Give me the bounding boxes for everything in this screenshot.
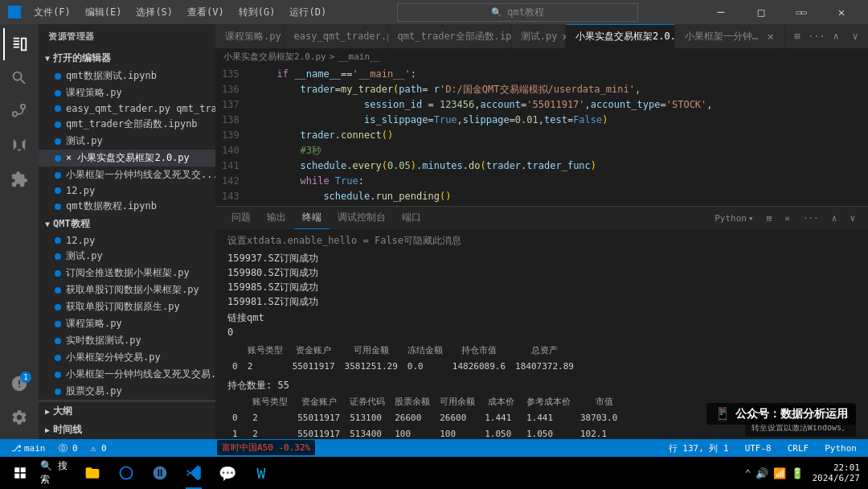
panel-tab-terminal[interactable]: 终端 xyxy=(294,207,330,229)
qmt-file-get-stock-native[interactable]: 获取单股订阅数据原生.py xyxy=(39,298,215,315)
panel-tab-problems[interactable]: 问题 xyxy=(223,207,259,229)
maximize-panel-button[interactable]: ··· xyxy=(798,212,824,225)
tab-close-icon[interactable]: ✕ xyxy=(768,30,774,43)
panel-tab-debug[interactable]: 调试控制台 xyxy=(330,207,394,229)
close-button[interactable]: ✕ xyxy=(823,0,860,24)
panel-tab-output[interactable]: 输出 xyxy=(259,207,294,229)
hold-cell-0-3: 513100 xyxy=(345,410,390,426)
sidebar-file-goldcross[interactable]: 小果框架一分钟均线金叉死叉交... xyxy=(39,166,215,183)
line-numbers: 135 136 137 138 139 140 141 142 143 144 … xyxy=(215,65,246,206)
sidebar-file-test[interactable]: 测试.py xyxy=(39,133,215,150)
breadcrumb-sep: > xyxy=(330,51,335,62)
sidebar-file-trading-framework[interactable]: × 小果实盘交易框架2.0.py xyxy=(39,150,215,166)
activity-search[interactable] xyxy=(3,62,35,94)
battery-icon[interactable]: 🔋 xyxy=(791,467,804,479)
close-panel-button[interactable]: ∨ xyxy=(845,212,860,225)
qmt-file-test[interactable]: 测试.py xyxy=(39,248,215,265)
tab-goldcross[interactable]: 小果框架一分钟均线金叉死叉交易... ✕ xyxy=(675,24,784,48)
status-line-ending[interactable]: CRLF xyxy=(784,443,813,454)
window-controls[interactable]: ─ □ ▭▭ ✕ xyxy=(702,0,860,24)
panel-tab-ports[interactable]: 端口 xyxy=(394,207,429,229)
minimize-button[interactable]: ─ xyxy=(702,0,739,24)
hold-cell-0-4: 26600 xyxy=(390,410,435,426)
file-dot xyxy=(55,304,61,310)
sidebar-file-trader-funcs[interactable]: qmt_trader全部函数.ipynb xyxy=(39,116,215,133)
tab-test[interactable]: 测试.py ✕ xyxy=(511,24,566,48)
code-content[interactable]: if __name__=='__main__': trader=my_trade… xyxy=(246,65,868,206)
split-editor-button[interactable]: ⊞ xyxy=(788,27,806,45)
qmt-file-realtime-test[interactable]: 实时数据测试.py xyxy=(39,332,215,349)
sidebar-file-qmt-data-test[interactable]: qmt数据测试.ipynb xyxy=(39,68,215,84)
status-errors[interactable]: ⓪ 0 xyxy=(55,442,81,454)
python-selector[interactable]: Python ▾ xyxy=(710,212,758,225)
tab-trading-framework[interactable]: 小果实盘交易框架2.0.py ✕ xyxy=(566,24,675,48)
qmt-file-minute-trade[interactable]: 小果框架分钟交易.py xyxy=(39,349,215,366)
taskbar-start[interactable]: 🔍 搜索 xyxy=(4,457,72,489)
timeline-section[interactable]: ▶ 时间线 xyxy=(39,421,215,439)
taskbar-app6[interactable]: W xyxy=(245,457,277,489)
qmt-file-get-stock-sub[interactable]: 获取单股订阅数据小果框架.py xyxy=(39,281,215,298)
qmt-file-stock-trade[interactable]: 股票交易.py xyxy=(39,383,215,400)
hold-cell-1-6: 1.050 xyxy=(480,426,522,439)
menu-goto[interactable]: 转到(G) xyxy=(232,4,282,21)
sidebar-file-qmt-tutorial[interactable]: qmt数据教程.ipynb xyxy=(39,198,215,215)
menu-view[interactable]: 查看(V) xyxy=(181,4,231,21)
panel-actions: Python ▾ ⊞ ✕ ··· ∧ ∨ xyxy=(710,207,860,229)
activity-git[interactable] xyxy=(3,96,35,128)
title-search-box[interactable]: 🔍 qmt教程 xyxy=(397,3,638,22)
qmt-file-subscribe-push[interactable]: 订阅全推送数据小果框架.py xyxy=(39,265,215,281)
expand-button[interactable]: ∨ xyxy=(846,27,864,45)
sidebar-file-12[interactable]: 12.py xyxy=(39,183,215,198)
tray-icon-1[interactable]: ⌃ xyxy=(745,467,751,479)
activity-bar-bottom: 1 xyxy=(3,368,35,439)
search-taskbar[interactable]: 🔍 搜索 xyxy=(40,457,72,489)
qmt-file-12[interactable]: 12.py xyxy=(39,233,215,248)
status-branch[interactable]: ⎇ main xyxy=(8,443,49,454)
tab-easy-trader[interactable]: easy_qmt_trader.py ✕ xyxy=(285,24,388,48)
terminal-content[interactable]: 设置xtdata.enable_hello = False可隐藏此消息 1599… xyxy=(215,229,868,439)
qmt-file-goldcross-trade[interactable]: 小果框架一分钟均线金叉死叉交易.py xyxy=(39,366,215,383)
menu-bar[interactable]: 文件(F) 编辑(E) 选择(S) 查看(V) 转到(G) 运行(D) xyxy=(27,4,333,21)
taskbar-file-explorer[interactable] xyxy=(76,457,108,489)
status-warnings[interactable]: ⚠ 0 xyxy=(88,443,110,454)
activity-extensions[interactable] xyxy=(3,163,35,195)
taskbar-python[interactable] xyxy=(144,457,176,489)
qmt-section[interactable]: ▼ QMT教程 xyxy=(39,215,215,233)
qmt-file-course-strategy[interactable]: 课程策略.py xyxy=(39,315,215,332)
outline-section[interactable]: ▶ 大纲 xyxy=(39,402,215,421)
taskbar-right: ⌃ 🔊 📶 🔋 22:01 2024/6/27 xyxy=(741,462,864,483)
maximize-button[interactable]: □ xyxy=(743,0,780,24)
menu-file[interactable]: 文件(F) xyxy=(27,4,77,21)
tab-course-strategy[interactable]: 课程策略.py ✕ xyxy=(215,24,285,48)
status-language[interactable]: Python xyxy=(821,443,860,454)
status-encoding[interactable]: UTF-8 xyxy=(742,443,775,454)
sidebar-file-easy-trader[interactable]: easy_qmt_trader.py qmt_trader xyxy=(39,101,215,116)
sidebar-file-course-strategy[interactable]: 课程策略.py xyxy=(39,84,215,101)
more-actions-button[interactable]: ··· xyxy=(808,27,825,45)
taskbar-wechat[interactable]: 💬 xyxy=(211,457,244,489)
menu-select[interactable]: 选择(S) xyxy=(129,4,179,21)
tab-trader-funcs[interactable]: qmt_trader全部函数.ipynb ✕ xyxy=(388,24,511,48)
split-button[interactable]: ▭▭ xyxy=(783,0,820,24)
open-editors-section[interactable]: ▼ 打开的编辑器 xyxy=(39,49,215,68)
taskbar-vscode[interactable] xyxy=(178,457,210,489)
activity-explorer[interactable] xyxy=(3,28,35,60)
code-editor[interactable]: 135 136 137 138 139 140 141 142 143 144 … xyxy=(215,65,868,206)
tray-icon-3[interactable]: 📶 xyxy=(773,467,786,479)
activity-debug[interactable] xyxy=(3,129,35,162)
status-position[interactable]: 行 137, 列 1 xyxy=(665,442,732,454)
collapse-button[interactable]: ∧ xyxy=(827,27,845,45)
menu-edit[interactable]: 编辑(E) xyxy=(79,4,129,21)
python-label: Python xyxy=(714,213,747,224)
start-button[interactable] xyxy=(4,457,36,489)
taskbar-edge[interactable] xyxy=(110,457,142,489)
tray-icon-2[interactable]: 🔊 xyxy=(755,467,768,479)
menu-run[interactable]: 运行(D) xyxy=(283,4,333,21)
taskbar-time: 22:01 2024/6/27 xyxy=(812,462,860,483)
collapse-panel-button[interactable]: ∧ xyxy=(827,212,842,225)
activity-badge-icon[interactable]: 1 xyxy=(3,368,35,400)
kill-terminal-button[interactable]: ✕ xyxy=(780,212,795,225)
new-terminal-button[interactable]: ⊞ xyxy=(762,212,777,225)
tab-label: easy_qmt_trader.py xyxy=(294,31,399,42)
activity-settings[interactable] xyxy=(3,401,35,434)
